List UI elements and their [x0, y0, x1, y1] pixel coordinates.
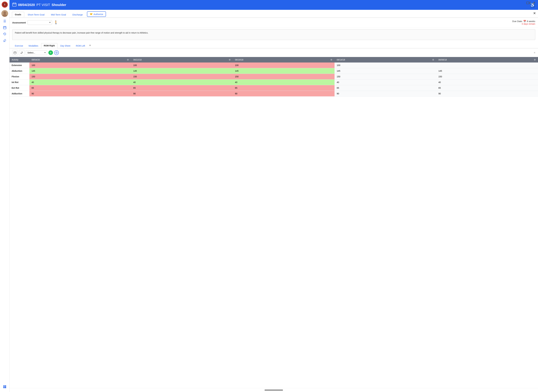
value-cell[interactable]: 150: [436, 74, 538, 79]
value-cell[interactable]: 65: [334, 85, 436, 91]
svg-rect-21: [14, 51, 14, 52]
authorize-label: Authorize: [93, 13, 103, 15]
due-date-section: Due Date: 📅 8 weeks 0 days remain: [512, 20, 535, 25]
assessment-label: Assessment: [12, 21, 26, 24]
tab-goals[interactable]: Goals: [12, 12, 24, 17]
inner-tab-day-sheet[interactable]: Day Sheet: [58, 43, 73, 48]
table-row: Extension100100100100: [9, 62, 538, 68]
value-cell[interactable]: 40: [29, 79, 131, 85]
value-cell[interactable]: 150: [29, 74, 131, 79]
value-cell[interactable]: 65: [436, 85, 538, 91]
value-cell[interactable]: 100: [29, 62, 131, 68]
inner-tab-exercise[interactable]: Exercise: [12, 43, 26, 48]
svg-rect-8: [4, 26, 4, 27]
header-body-part: Shoulder: [52, 3, 66, 7]
header-title: 08/04/2020 PT VISIT Shoulder: [12, 2, 66, 8]
gear-icon-col3[interactable]: ⚙: [330, 59, 332, 61]
scroll-indicator: ≡: [534, 51, 535, 54]
app-logo[interactable]: ⚕: [1, 1, 8, 8]
inner-tab-rom-right[interactable]: ROM Right: [41, 43, 57, 48]
assessment-row: Assessment 🚶 Due Date: 📅 8 weeks 0 days …: [9, 18, 538, 28]
gear-icon-col4[interactable]: ⚙: [432, 59, 434, 61]
svg-rect-6: [3, 27, 6, 29]
value-cell[interactable]: 150: [334, 74, 436, 79]
value-cell[interactable]: 90: [131, 91, 233, 97]
value-cell[interactable]: 90: [29, 91, 131, 97]
gear-icon-col5[interactable]: ⚙: [534, 59, 536, 61]
assessment-select[interactable]: [28, 20, 52, 25]
header-calendar-icon: [12, 2, 17, 8]
toolbar-select[interactable]: Select...: [26, 50, 47, 55]
goal-textbox: Patient will benefit from skilled physic…: [12, 29, 535, 40]
video-icon[interactable]: [526, 1, 530, 5]
value-cell[interactable]: 150: [131, 74, 233, 79]
svg-rect-18: [15, 3, 15, 4]
pin-icon[interactable]: [2, 38, 8, 43]
grid-icon[interactable]: [2, 384, 8, 390]
inner-tab-rom-left[interactable]: ROM Left: [73, 43, 88, 48]
svg-rect-22: [15, 51, 16, 52]
close-button[interactable]: ✕: [533, 12, 536, 15]
gear-icon-col1[interactable]: ⚙: [127, 59, 129, 61]
col-activity: Activity: [9, 57, 29, 62]
menu-icon[interactable]: ☰: [2, 18, 8, 24]
tab-discharge[interactable]: Discharge: [70, 12, 86, 17]
svg-rect-12: [3, 387, 5, 388]
history-icon[interactable]: [2, 31, 8, 37]
svg-text:⚕: ⚕: [4, 3, 5, 6]
activity-cell: Ext Rot: [9, 85, 29, 91]
col-date-2: 06/22/18 ⚙: [131, 57, 233, 62]
authorize-button[interactable]: 🤝 Authorize: [87, 11, 106, 17]
value-cell[interactable]: 90: [233, 91, 334, 97]
content-area: ✕ Goals Short-Term Goal Mid-Term Goal Di…: [9, 10, 538, 388]
toolbar-calendar-button[interactable]: [12, 50, 18, 56]
edit-icon[interactable]: [532, 1, 536, 5]
value-cell[interactable]: 65: [131, 85, 233, 91]
value-cell[interactable]: [436, 62, 538, 68]
tab-short-term-goal[interactable]: Short-Term Goal: [25, 12, 47, 17]
value-cell[interactable]: 40: [436, 79, 538, 85]
svg-line-25: [56, 53, 57, 53]
toolbar-share-button[interactable]: [19, 50, 24, 56]
avatar[interactable]: [1, 10, 8, 17]
value-cell[interactable]: 90: [334, 91, 436, 97]
value-cell[interactable]: 40: [334, 79, 436, 85]
tab-mid-term-goal[interactable]: Mid-Term Goal: [48, 12, 69, 17]
person-icon: 🚶: [54, 21, 58, 24]
value-cell[interactable]: 145: [436, 68, 538, 74]
value-cell[interactable]: 40: [233, 79, 334, 85]
activity-cell: Abduction: [9, 68, 29, 74]
value-cell[interactable]: 150: [233, 74, 334, 79]
value-cell[interactable]: 90: [436, 91, 538, 97]
value-cell[interactable]: 100: [334, 62, 436, 68]
value-cell[interactable]: 40: [131, 79, 233, 85]
col-date-4: 06/14/18 ⚙: [334, 57, 436, 62]
value-cell[interactable]: 145: [233, 68, 334, 74]
calendar-nav-icon[interactable]: [2, 25, 8, 30]
due-date-calendar-icon: 📅: [523, 20, 527, 23]
value-cell[interactable]: 145: [131, 68, 233, 74]
col-date-5: 06/08/18 ⚙: [436, 57, 538, 62]
value-cell[interactable]: 65: [233, 85, 334, 91]
inner-tab-modalities[interactable]: Modalities: [26, 43, 41, 48]
header-date: 08/04/2020: [18, 3, 35, 7]
svg-rect-14: [527, 2, 529, 4]
value-cell[interactable]: 100: [233, 62, 334, 68]
value-cell[interactable]: 100: [131, 62, 233, 68]
value-cell[interactable]: 65: [29, 85, 131, 91]
due-date-value: 8 weeks: [527, 20, 535, 23]
value-cell[interactable]: 145: [334, 68, 436, 74]
toolbar-refresh-button[interactable]: [54, 50, 59, 55]
svg-rect-15: [13, 3, 16, 6]
col-date-1: 08/04/20 ⚙: [29, 57, 131, 62]
activity-cell: Adduction: [9, 91, 29, 97]
authorize-icon: 🤝: [90, 13, 93, 15]
value-cell[interactable]: 145: [29, 68, 131, 74]
add-tab-button[interactable]: +: [88, 43, 92, 48]
header-bar: 08/04/2020 PT VISIT Shoulder ♿: [9, 0, 538, 10]
bottom-handle: [264, 390, 283, 391]
header-visit-type: PT VISIT: [37, 3, 50, 7]
table-row: Abduction145145145145145: [9, 68, 538, 74]
gear-icon-col2[interactable]: ⚙: [229, 59, 231, 61]
toolbar-add-button[interactable]: +: [48, 50, 53, 55]
